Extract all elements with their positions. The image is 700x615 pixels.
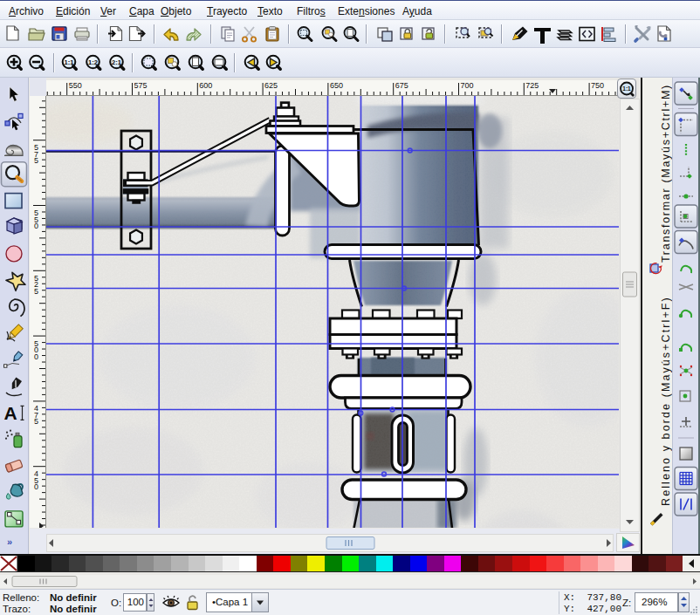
svg-text:0: 0 <box>34 352 38 361</box>
svg-text:1:1: 1:1 <box>65 58 74 66</box>
svg-text:650: 650 <box>330 81 343 90</box>
svg-text:5: 5 <box>34 156 38 165</box>
svg-text:0: 0 <box>34 222 38 230</box>
svg-text:2:1: 2:1 <box>112 58 121 66</box>
svg-text:A: A <box>3 403 17 423</box>
svg-text:600: 600 <box>199 81 212 90</box>
svg-text:5: 5 <box>34 287 38 296</box>
svg-text:0: 0 <box>34 482 38 491</box>
svg-text:675: 675 <box>395 81 408 90</box>
svg-text:1:2: 1:2 <box>88 58 98 66</box>
svg-text:5: 5 <box>34 417 38 426</box>
svg-text:750: 750 <box>591 81 604 90</box>
svg-text:575: 575 <box>134 81 148 90</box>
svg-text:725: 725 <box>525 81 539 90</box>
svg-text:1:1: 1:1 <box>622 85 631 92</box>
svg-text:»: » <box>7 536 12 547</box>
svg-text:625: 625 <box>264 81 278 90</box>
svg-text:550: 550 <box>69 81 82 90</box>
svg-text:700: 700 <box>461 81 474 90</box>
